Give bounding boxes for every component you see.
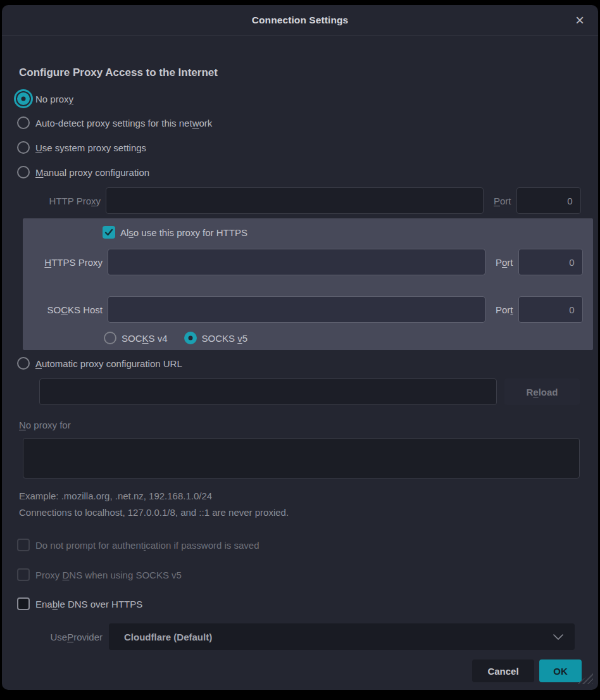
- connection-settings-dialog: Connection Settings × Configure Proxy Ac…: [2, 5, 598, 690]
- label-post: S v4: [149, 333, 168, 344]
- label-pre: P: [496, 257, 502, 268]
- http-port-input[interactable]: [516, 187, 581, 214]
- https-proxy-input[interactable]: [108, 249, 485, 275]
- no-prompt-auth-checkbox[interactable]: [17, 539, 30, 551]
- no-proxy-for-textarea[interactable]: [23, 438, 580, 478]
- label-key: C: [61, 304, 68, 315]
- label-post: ork: [199, 118, 212, 128]
- radio-auto-detect[interactable]: [17, 116, 30, 129]
- socks-port-input[interactable]: [518, 296, 583, 323]
- label-post: rovider: [73, 632, 103, 642]
- label-key: s: [128, 227, 134, 238]
- label-post: y: [96, 196, 101, 206]
- radio-option-auto-url[interactable]: Automatic proxy configuration URL: [17, 354, 182, 372]
- socks-version-row: SOCKS v4 SOCKS v5: [104, 330, 247, 346]
- checkmark-icon: [104, 228, 113, 236]
- also-https-checkbox-row[interactable]: Also use this proxy for HTTPS: [103, 225, 247, 240]
- radio-manual-proxy[interactable]: [17, 166, 30, 178]
- reload-label: Reload: [526, 387, 558, 397]
- socks-host-input[interactable]: [108, 296, 485, 323]
- close-icon: ×: [575, 11, 584, 29]
- also-https-checkbox[interactable]: [103, 226, 115, 239]
- close-button[interactable]: ×: [573, 5, 587, 35]
- label-key: v: [237, 333, 242, 344]
- label-key: P: [494, 196, 500, 206]
- ok-button[interactable]: OK: [539, 659, 582, 682]
- label-key: K: [142, 333, 149, 344]
- no-proxy-example-text: Example: .mozilla.org, .net.nz, 192.168.…: [19, 491, 212, 501]
- radio-no-proxy[interactable]: [17, 92, 30, 105]
- label-key: w: [192, 118, 199, 128]
- socks-port-label: Port: [496, 304, 513, 315]
- label-key: t: [510, 304, 513, 315]
- label-key: x: [91, 196, 96, 206]
- cancel-button[interactable]: Cancel: [472, 659, 534, 682]
- http-proxy-label: HTTP Proxy: [17, 196, 101, 206]
- label-post: utomatic proxy configuration URL: [42, 358, 182, 369]
- label-post: le DNS over HTTPS: [58, 599, 142, 609]
- label-pre: HTTP Pro: [49, 196, 91, 206]
- radio-socks-v5[interactable]: [184, 332, 197, 344]
- label-post: anual proxy configuration: [44, 167, 150, 178]
- radio-label-no-proxy: No proxy: [35, 94, 73, 104]
- label-post: load: [539, 387, 558, 397]
- label-post: rt: [507, 257, 513, 268]
- also-https-label: Also use this proxy for HTTPS: [120, 227, 247, 238]
- label-post: 5: [242, 333, 247, 344]
- chevron-down-icon: [553, 634, 563, 640]
- radio-option-no-proxy[interactable]: No proxy: [17, 90, 73, 108]
- label-key: H: [44, 257, 51, 268]
- dialog-titlebar: Connection Settings ×: [2, 5, 598, 35]
- proxy-dns-label: Proxy DNS when using SOCKS v5: [35, 570, 182, 580]
- auto-url-input[interactable]: [39, 378, 497, 405]
- checkbox-row-proxy-dns[interactable]: Proxy DNS when using SOCKS v5: [17, 567, 182, 582]
- label-post: cation if password is saved: [146, 540, 259, 551]
- label-post: o use this proxy for HTTPS: [134, 227, 247, 238]
- label-pre: SOC: [122, 333, 142, 344]
- localhost-note-text: Connections to localhost, 127.0.0.1/8, a…: [19, 507, 289, 518]
- checkbox-row-no-prompt-auth[interactable]: Do not prompt for authentication if pass…: [17, 537, 259, 553]
- http-port-label: Port: [494, 196, 511, 206]
- label-key: A: [35, 358, 42, 369]
- https-proxy-row: HTTPS Proxy Port: [23, 249, 580, 275]
- http-proxy-input[interactable]: [106, 187, 484, 214]
- checkbox-row-dns-over-https[interactable]: Enable DNS over HTTPS: [17, 596, 142, 611]
- radio-option-system-proxy[interactable]: Use system proxy settings: [17, 139, 146, 156]
- radio-system-proxy[interactable]: [17, 141, 30, 154]
- label-key: y: [69, 94, 74, 104]
- no-proxy-for-label: No proxy for: [19, 420, 71, 430]
- label-key: P: [67, 632, 73, 642]
- https-port-label: Port: [496, 257, 513, 268]
- radio-label-auto-url: Automatic proxy configuration URL: [35, 358, 182, 369]
- dns-over-https-label: Enable DNS over HTTPS: [35, 599, 142, 609]
- label-pre: Por: [496, 304, 510, 315]
- socks-host-label: SOCKS Host: [23, 304, 103, 315]
- radio-label-manual-proxy: Manual proxy configuration: [35, 167, 149, 178]
- radio-option-manual-proxy[interactable]: Manual proxy configuration: [17, 163, 149, 181]
- provider-selected-value: Cloudflare (Default): [124, 632, 212, 642]
- https-port-input[interactable]: [518, 249, 583, 275]
- dns-over-https-checkbox[interactable]: [17, 597, 30, 610]
- label-pre: Al: [120, 227, 128, 238]
- label-pre: Do not prompt for authent: [35, 540, 144, 551]
- socks-v5-label: SOCKS v5: [202, 333, 248, 344]
- label-pre: Proxy: [35, 570, 63, 580]
- https-socks-highlight-section: Also use this proxy for HTTPS HTTPS Prox…: [23, 218, 593, 350]
- radio-auto-url[interactable]: [17, 357, 30, 370]
- label-post: o proxy for: [26, 420, 71, 430]
- page-title: Configure Proxy Access to the Internet: [19, 66, 218, 79]
- radio-socks-v4[interactable]: [104, 332, 116, 344]
- reload-button[interactable]: Reload: [504, 378, 580, 405]
- label-post: ort: [500, 196, 511, 206]
- label-pre: No prox: [35, 94, 69, 104]
- label-post: se system proxy settings: [42, 142, 146, 153]
- socks-v4-label: SOCKS v4: [122, 333, 168, 344]
- radio-label-auto-detect: Auto-detect proxy settings for this netw…: [35, 118, 212, 128]
- proxy-dns-checkbox[interactable]: [17, 568, 30, 581]
- label-pre: R: [526, 387, 533, 397]
- socks-host-row: SOCKS Host Port: [23, 296, 580, 323]
- label-post: KS Host: [68, 304, 103, 315]
- radio-option-auto-detect[interactable]: Auto-detect proxy settings for this netw…: [17, 114, 212, 132]
- provider-dropdown[interactable]: Cloudflare (Default): [109, 623, 575, 650]
- label-post: NS when using SOCKS v5: [69, 570, 182, 580]
